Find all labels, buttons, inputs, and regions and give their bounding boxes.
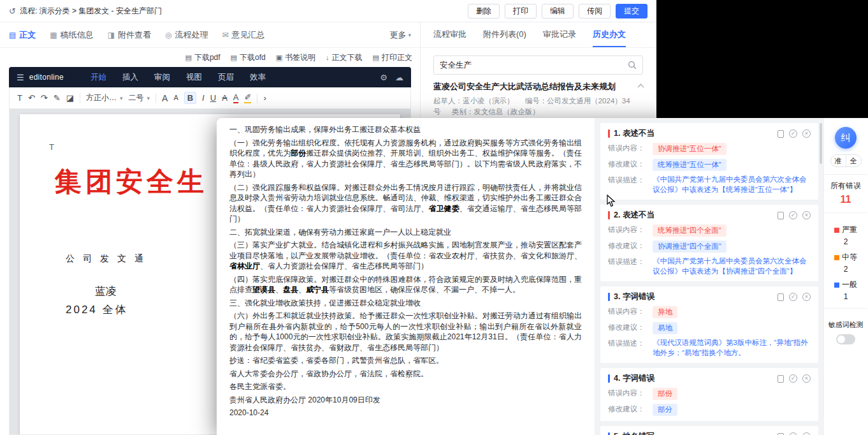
error-card[interactable]: 3. 字词错误✓×错误内容：异地修改建议：易地错误描述：《现代汉语规范词典》第3… xyxy=(600,286,818,363)
circulate-button[interactable]: 传阅 xyxy=(579,4,611,18)
ignore-icon[interactable]: × xyxy=(802,374,811,383)
accept-icon[interactable]: ✓ xyxy=(789,293,797,301)
severity-filter-严重[interactable]: 严重2 xyxy=(834,225,857,246)
ignore-icon[interactable]: × xyxy=(802,129,811,138)
error-reference-link[interactable]: 《现代汉语规范词典》第3版中标注，“异地”指外地外乡；“易地”指换个地方。 xyxy=(653,338,811,358)
ignore-icon[interactable]: × xyxy=(802,211,811,219)
underline-button[interactable]: U xyxy=(210,94,216,102)
print-button[interactable]: 打印 xyxy=(505,4,537,18)
download-item-下载ofd[interactable]: ▤下载ofd xyxy=(231,52,266,63)
download-item-书签说明[interactable]: ▣书签说明 xyxy=(276,52,315,63)
draft-info-icon: ▦ xyxy=(50,31,57,40)
accept-icon[interactable]: ✓ xyxy=(789,211,797,219)
menu-视图[interactable]: 视图 xyxy=(186,72,202,83)
bold-button[interactable]: B xyxy=(184,92,196,104)
edit-button[interactable]: 编辑 xyxy=(542,4,574,18)
autocorrect-button[interactable]: 纠 xyxy=(835,127,857,149)
cloud-icon[interactable]: ☁ xyxy=(395,73,403,82)
more-button[interactable]: 更多 ▾ xyxy=(389,29,411,41)
suggestion-pill[interactable]: 部分 xyxy=(653,404,677,416)
menu-页眉[interactable]: 页眉 xyxy=(218,72,234,83)
mode-full-button[interactable]: 全 xyxy=(846,155,861,166)
format-painter-icon[interactable]: ✎ xyxy=(54,94,61,102)
error-highlight[interactable]: 省卫健委 xyxy=(429,204,459,213)
strikethrough-button[interactable]: A xyxy=(222,94,228,102)
settings-icon[interactable]: ⚙ xyxy=(380,73,387,82)
locate-in-doc-icon[interactable] xyxy=(778,130,784,138)
error-reference-link[interactable]: 《中国共产党第十九届中央委员会第六次全体会议公报》中该表述为【协调推进“四个全面… xyxy=(653,256,811,276)
tab-稿纸信息[interactable]: ▦稿纸信息 xyxy=(50,29,93,41)
accept-icon[interactable]: ✓ xyxy=(789,129,797,138)
delete-button[interactable]: 删除 xyxy=(468,4,500,18)
accept-icon[interactable]: ✓ xyxy=(789,432,797,435)
history-doc-title: 蓝凌公司安全生产大比武活动总结报告及未来规划 xyxy=(433,81,616,92)
scrollbar-thumb[interactable] xyxy=(820,123,822,164)
ignore-icon[interactable]: × xyxy=(802,293,811,301)
download-label: 打印正文 xyxy=(382,52,412,63)
sensitive-words-toggle[interactable] xyxy=(836,334,855,344)
suggestion-pill[interactable]: 统筹推进“五位一体” xyxy=(653,159,727,171)
submit-button[interactable]: 提交 xyxy=(616,4,647,18)
error-card[interactable]: 1. 表述不当✓×错误内容：协调推进“五位一体”修改建议：统筹推进“五位一体”错… xyxy=(600,123,818,200)
doc-paragraph: 2020-10-24 xyxy=(229,408,582,418)
error-highlight[interactable]: 省林业厅 xyxy=(229,262,260,270)
menu-插入[interactable]: 插入 xyxy=(122,72,138,83)
font-color-button[interactable]: A xyxy=(233,93,239,103)
italic-button[interactable]: I xyxy=(202,94,205,102)
window-header: ↺ 流程: 演示分类 > 集团发文 - 安全生产部门 删除打印编辑传阅提交 xyxy=(0,0,656,22)
undo-icon[interactable]: ↶ xyxy=(28,94,35,102)
error-card[interactable]: 4. 字词错误✓×错误内容：部份修改建议：部分 xyxy=(600,368,818,421)
error-content-pill: 协调推进“五位一体” xyxy=(653,143,727,155)
font-family-select[interactable]: 方正小…▾ xyxy=(86,92,123,103)
highlight-button[interactable]: ✐ xyxy=(244,93,251,103)
tab-流程处理[interactable]: ◎流程处理 xyxy=(165,29,208,41)
locate-in-doc-icon[interactable] xyxy=(778,375,784,383)
toolbar-separator xyxy=(257,93,257,103)
search-input[interactable] xyxy=(440,61,628,70)
ignore-icon[interactable]: × xyxy=(802,432,811,435)
eraser-icon[interactable]: ◪ xyxy=(66,94,74,102)
tab-流程审批[interactable]: 流程审批 xyxy=(433,22,467,47)
tab-附件列表(0)[interactable]: 附件列表(0) xyxy=(483,22,526,47)
redo-icon[interactable]: ↷ xyxy=(41,94,48,102)
menu-审阅[interactable]: 审阅 xyxy=(154,72,170,83)
menu-icon[interactable]: ☰ xyxy=(17,73,24,82)
locate-in-doc-icon[interactable] xyxy=(778,433,784,435)
error-field-row: 错误内容：统筹推进“四个全面” xyxy=(608,225,811,237)
suggestion-pill[interactable]: 易地 xyxy=(653,322,677,334)
menu-开始[interactable]: 开始 xyxy=(90,72,106,83)
error-highlight[interactable]: 盘县 xyxy=(283,285,298,294)
more-tools-icon[interactable]: › xyxy=(263,94,266,102)
download-item-打印正文[interactable]: ▤打印正文 xyxy=(373,52,412,63)
search-icon[interactable] xyxy=(628,61,637,70)
chevron-up-icon[interactable] xyxy=(638,84,644,90)
error-highlight[interactable]: 威宁县 xyxy=(306,285,329,294)
tab-历史办文[interactable]: 历史办文 xyxy=(593,22,626,47)
error-card[interactable]: 5. 地名错写✓×错误内容：望谟县 xyxy=(600,426,818,435)
error-highlight[interactable]: 望谟县 xyxy=(252,285,275,294)
text-tool-icon[interactable]: T xyxy=(17,94,22,102)
font-size-select[interactable]: 二号▾ xyxy=(129,92,150,103)
error-highlight[interactable]: 部份 xyxy=(291,149,306,158)
accept-icon[interactable]: ✓ xyxy=(789,374,797,383)
download-item-正文下载[interactable]: ↓正文下载 xyxy=(326,52,363,63)
locate-in-doc-icon[interactable] xyxy=(778,293,784,301)
severity-filter-中等[interactable]: 中等2 xyxy=(834,252,857,274)
severity-filter-一般[interactable]: 一般1 xyxy=(834,279,857,301)
tab-意见汇总[interactable]: ✉意见汇总 xyxy=(222,29,265,41)
tab-附件查看[interactable]: ◨附件查看 xyxy=(108,29,151,41)
download-item-下载pdf[interactable]: ▤下载pdf xyxy=(185,52,221,63)
tab-正文[interactable]: ▤正文 xyxy=(9,29,36,41)
font-size-up-icon[interactable]: A xyxy=(162,94,168,103)
error-reference-link[interactable]: 《中国共产党第十九届中央委员会第六次全体会议公报》中该表述为【统筹推进“五位一体… xyxy=(653,175,811,195)
error-type-label: 4. 字词错误 xyxy=(614,373,655,384)
mode-precision-button[interactable]: 准 xyxy=(831,155,846,166)
error-panel: 1. 表述不当✓×错误内容：协调推进“五位一体”修改建议：统筹推进“五位一体”错… xyxy=(595,118,823,435)
menu-效率[interactable]: 效率 xyxy=(250,72,266,83)
font-size-down-icon[interactable]: A xyxy=(173,94,178,101)
text-frame-handle: T xyxy=(49,142,54,152)
tab-审批记录[interactable]: 审批记录 xyxy=(543,22,576,47)
suggestion-pill[interactable]: 协调推进“四个全面” xyxy=(653,240,727,253)
locate-in-doc-icon[interactable] xyxy=(778,212,784,219)
error-card[interactable]: 2. 表述不当✓×错误内容：统筹推进“四个全面”修改建议：协调推进“四个全面”错… xyxy=(600,205,818,281)
